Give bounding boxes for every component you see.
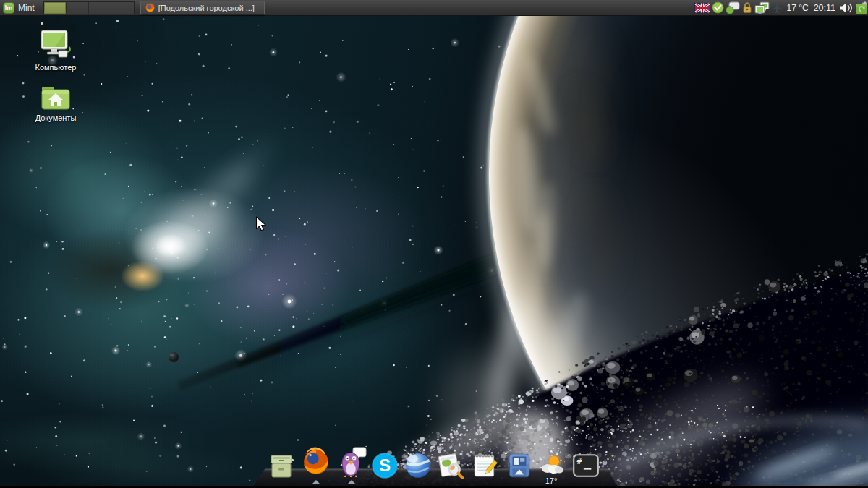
top-panel: lm Mint [Подольский городской ...]: [0, 0, 868, 16]
keyring-lock-icon[interactable]: [741, 0, 753, 16]
skype-icon: S: [369, 450, 401, 481]
mint-menu-button[interactable]: lm Mint: [0, 0, 39, 16]
small-moon: [169, 352, 179, 362]
system-tray: 17 °C 20:11: [694, 0, 868, 16]
dock: S: [0, 445, 868, 488]
window-title: [Подольский городской ...]: [158, 4, 255, 12]
mint-logo-icon: lm: [3, 2, 14, 14]
desktop-icon-label: Компьютер: [35, 63, 77, 72]
messenger-icon[interactable]: [726, 0, 740, 16]
workspace-3[interactable]: [89, 2, 111, 14]
temperature-label[interactable]: 17 °C: [785, 3, 809, 13]
svg-text:#: #: [576, 456, 582, 466]
workspace-4[interactable]: [111, 2, 134, 14]
wallpaper-space-art: [0, 16, 868, 488]
mouse-cursor: [255, 216, 269, 232]
notepad-icon: [469, 450, 501, 481]
network-icon[interactable]: [754, 0, 770, 16]
weather-plane-icon[interactable]: [771, 0, 783, 16]
workspace-2[interactable]: [67, 2, 89, 14]
file-manager-icon: [266, 452, 297, 481]
firefox-icon: [145, 3, 155, 12]
home-folder-icon: [40, 84, 72, 111]
computer-icon: [38, 29, 73, 61]
nebula-plume: [130, 136, 279, 286]
dock-google-earth[interactable]: [402, 450, 434, 484]
clock[interactable]: 20:11: [812, 3, 838, 13]
workspace-1[interactable]: [44, 2, 67, 14]
volume-icon[interactable]: [839, 0, 854, 16]
weather-icon: [537, 454, 566, 476]
keyboard-layout-flag-icon[interactable]: [694, 0, 710, 16]
software-installer-icon: [503, 450, 535, 481]
image-search-icon: [435, 450, 467, 481]
dock-terminal[interactable]: #: [570, 450, 602, 484]
workspace-switcher: [43, 1, 135, 14]
running-indicator: [312, 480, 320, 484]
terminal-icon: #: [570, 450, 602, 481]
desktop-screen: lm Mint [Подольский городской ...]: [0, 0, 868, 488]
pidgin-icon: [336, 447, 367, 477]
running-indicator: [348, 480, 355, 484]
desktop-area: Компьютер Документы: [0, 16, 868, 488]
dock-image-viewer[interactable]: [435, 450, 467, 484]
dock-pidgin[interactable]: [336, 447, 367, 484]
taskbar-window-button[interactable]: [Подольский городской ...]: [140, 1, 265, 15]
firefox-icon: [300, 447, 332, 477]
desktop-icon-label: Документы: [35, 114, 77, 122]
desktop-icon-documents[interactable]: Документы: [23, 84, 88, 122]
dock-installer[interactable]: [503, 450, 535, 484]
dock-skype[interactable]: S: [369, 450, 401, 484]
dock-platform: [0, 445, 868, 488]
dock-notes[interactable]: [469, 450, 501, 484]
dock-firefox[interactable]: [300, 447, 332, 484]
desktop-icon-computer[interactable]: Компьютер: [23, 29, 88, 72]
trash-applet-icon[interactable]: [855, 0, 868, 16]
dock-weather-label: 17°: [537, 476, 566, 485]
dock-file-manager[interactable]: [266, 452, 297, 484]
google-earth-icon: [402, 450, 434, 481]
dock-weather[interactable]: 17°: [537, 454, 566, 485]
mint-menu-label: Mint: [18, 3, 35, 13]
svg-text:S: S: [379, 455, 391, 475]
update-manager-icon[interactable]: [712, 0, 724, 16]
